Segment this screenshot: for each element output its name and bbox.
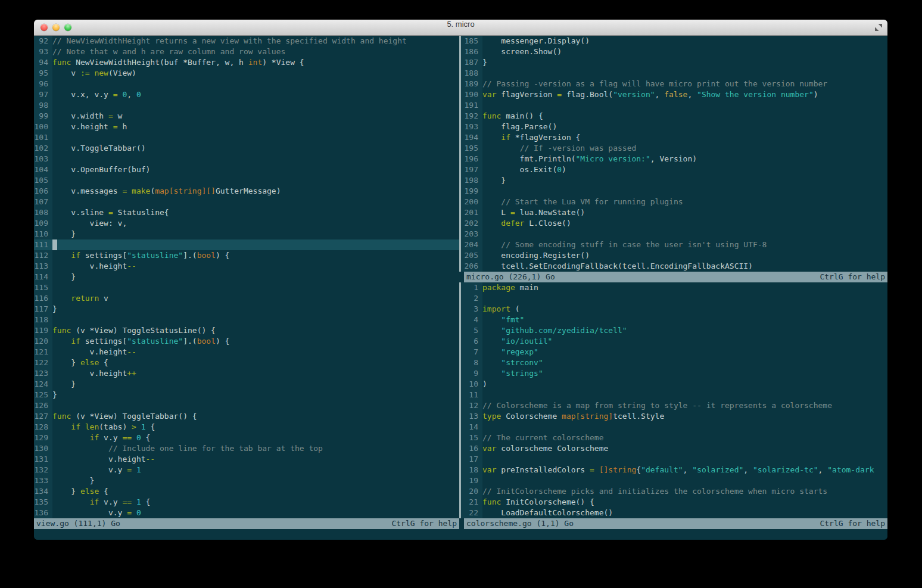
- code-line[interactable]: 130 // Include one line for the tab bar …: [34, 443, 459, 454]
- code-line[interactable]: 93// Note that w and h are raw column an…: [34, 46, 459, 57]
- code-line[interactable]: 4 "fmt": [459, 315, 887, 325]
- code-line[interactable]: 198 }: [459, 175, 887, 186]
- code-line[interactable]: 103: [34, 154, 459, 164]
- code-line[interactable]: 111: [34, 239, 459, 250]
- code-line[interactable]: 133 }: [34, 475, 459, 486]
- code-line[interactable]: 19: [459, 475, 887, 486]
- code-line[interactable]: 201 L = lua.NewState(): [459, 207, 887, 218]
- code-line[interactable]: 105: [34, 175, 459, 186]
- code-line[interactable]: 115: [34, 282, 459, 293]
- code-line[interactable]: 190var flagVersion = flag.Bool("version"…: [459, 89, 887, 100]
- code-line[interactable]: 107: [34, 197, 459, 207]
- code-line[interactable]: 194 if *flagVersion {: [459, 132, 887, 143]
- code-line[interactable]: 1package main: [459, 282, 887, 293]
- code-line[interactable]: 14: [459, 422, 887, 433]
- code-line[interactable]: 128 if len(tabs) > 1 {: [34, 422, 459, 433]
- code-line[interactable]: 18var preInstalledColors = []string{"def…: [459, 465, 887, 475]
- code-line[interactable]: 17: [459, 454, 887, 465]
- code-line[interactable]: 2: [459, 293, 887, 304]
- code-line[interactable]: 102 v.ToggleTabbar(): [34, 143, 459, 154]
- code-line[interactable]: 136 v.y = 0: [34, 508, 459, 518]
- code-line[interactable]: 187}: [459, 57, 887, 68]
- code-line[interactable]: 96: [34, 79, 459, 89]
- split-divider: [459, 111, 464, 122]
- command-line[interactable]: [34, 529, 887, 540]
- code-line[interactable]: 131 v.height--: [34, 454, 459, 465]
- code-line[interactable]: 192func main() {: [459, 111, 887, 122]
- code-line[interactable]: 200 // Start the Lua VM for running plug…: [459, 197, 887, 207]
- code-line[interactable]: 3import (: [459, 304, 887, 315]
- code-line[interactable]: 109 view: v,: [34, 218, 459, 229]
- code-line[interactable]: 100 v.height = h: [34, 122, 459, 132]
- code-line[interactable]: 206 tcell.SetEncodingFallback(tcell.Enco…: [459, 261, 887, 272]
- code-area-micro-go[interactable]: 185 messenger.Display()186 screen.Show()…: [459, 36, 887, 272]
- code-line[interactable]: 186 screen.Show(): [459, 46, 887, 57]
- code-line[interactable]: 12// Colorscheme is a map from string to…: [459, 400, 887, 411]
- code-line[interactable]: 197 os.Exit(0): [459, 164, 887, 175]
- code-line[interactable]: 126: [34, 400, 459, 411]
- code-line[interactable]: 6 "io/ioutil": [459, 336, 887, 347]
- code-line[interactable]: 195 // If -version was passed: [459, 143, 887, 154]
- code-line[interactable]: 118: [34, 315, 459, 325]
- code-line[interactable]: 205 encoding.Register(): [459, 250, 887, 261]
- split-divider: [459, 100, 464, 111]
- code-line[interactable]: 129 if v.y == 0 {: [34, 433, 459, 443]
- code-line[interactable]: 120 if settings["statusline"].(bool) {: [34, 336, 459, 347]
- code-line[interactable]: 134 } else {: [34, 486, 459, 497]
- code-line[interactable]: 15// The current colorscheme: [459, 433, 887, 443]
- code-line[interactable]: 119func (v *View) ToggleStatusLine() {: [34, 325, 459, 336]
- fullscreen-icon[interactable]: [875, 24, 882, 31]
- code-line[interactable]: 196 fmt.Println("Micro version:", Versio…: [459, 154, 887, 164]
- code-line[interactable]: 123 v.height++: [34, 368, 459, 379]
- title-bar[interactable]: 5. micro: [34, 20, 887, 36]
- code-line[interactable]: 199: [459, 186, 887, 197]
- editor-pane-view-go[interactable]: 92// NewViewWidthHeight returns a new vi…: [34, 36, 459, 529]
- code-line[interactable]: 113 v.height--: [34, 261, 459, 272]
- code-line[interactable]: 132 v.y = 1: [34, 465, 459, 475]
- code-line[interactable]: 125}: [34, 390, 459, 400]
- code-line[interactable]: 16var colorscheme Colorscheme: [459, 443, 887, 454]
- code-line[interactable]: 204 // Some encoding stuff in case the u…: [459, 239, 887, 250]
- code-line[interactable]: 97 v.x, v.y = 0, 0: [34, 89, 459, 100]
- code-line[interactable]: 20// InitColorscheme picks and initializ…: [459, 486, 887, 497]
- code-line[interactable]: 99 v.width = w: [34, 111, 459, 122]
- code-line[interactable]: 127func (v *View) ToggleTabbar() {: [34, 411, 459, 422]
- code-text: v.sline = Statusline{: [52, 207, 459, 218]
- code-line[interactable]: 203: [459, 229, 887, 239]
- code-line[interactable]: 185 messenger.Display(): [459, 36, 887, 46]
- code-line[interactable]: 106 v.messages = make(map[string][]Gutte…: [34, 186, 459, 197]
- code-line[interactable]: 5 "github.com/zyedidia/tcell": [459, 325, 887, 336]
- code-line[interactable]: 110 }: [34, 229, 459, 239]
- code-line[interactable]: 188: [459, 68, 887, 79]
- code-line[interactable]: 108 v.sline = Statusline{: [34, 207, 459, 218]
- code-line[interactable]: 21func InitColorscheme() {: [459, 497, 887, 508]
- code-line[interactable]: 92// NewViewWidthHeight returns a new vi…: [34, 36, 459, 46]
- code-line[interactable]: 114 }: [34, 272, 459, 282]
- code-line[interactable]: 122 } else {: [34, 357, 459, 368]
- code-line[interactable]: 11: [459, 390, 887, 400]
- line-number: 18: [464, 465, 482, 475]
- code-line[interactable]: 9 "strings": [459, 368, 887, 379]
- code-line[interactable]: 10): [459, 379, 887, 390]
- code-area-view-go[interactable]: 92// NewViewWidthHeight returns a new vi…: [34, 36, 459, 518]
- code-line[interactable]: 104 v.OpenBuffer(buf): [34, 164, 459, 175]
- code-line[interactable]: 101: [34, 132, 459, 143]
- code-line[interactable]: 98: [34, 100, 459, 111]
- code-line[interactable]: 95 v := new(View): [34, 68, 459, 79]
- code-line[interactable]: 121 v.height--: [34, 347, 459, 357]
- code-line[interactable]: 112 if settings["statusline"].(bool) {: [34, 250, 459, 261]
- code-line[interactable]: 202 defer L.Close(): [459, 218, 887, 229]
- code-line[interactable]: 135 if v.y == 1 {: [34, 497, 459, 508]
- code-line[interactable]: 124 }: [34, 379, 459, 390]
- code-line[interactable]: 7 "regexp": [459, 347, 887, 357]
- code-line[interactable]: 22 LoadDefaultColorscheme(): [459, 508, 887, 518]
- code-line[interactable]: 116 return v: [34, 293, 459, 304]
- code-line[interactable]: 94func NewViewWidthHeight(buf *Buffer, w…: [34, 57, 459, 68]
- code-line[interactable]: 191: [459, 100, 887, 111]
- code-line[interactable]: 8 "strconv": [459, 357, 887, 368]
- code-line[interactable]: 13type Colorscheme map[string]tcell.Styl…: [459, 411, 887, 422]
- code-area-colorscheme-go[interactable]: 1package main 2 3import ( 4 "fmt" 5 "git…: [459, 282, 887, 518]
- code-line[interactable]: 117}: [34, 304, 459, 315]
- code-line[interactable]: 189// Passing -version as a flag will ha…: [459, 79, 887, 89]
- code-line[interactable]: 193 flag.Parse(): [459, 122, 887, 132]
